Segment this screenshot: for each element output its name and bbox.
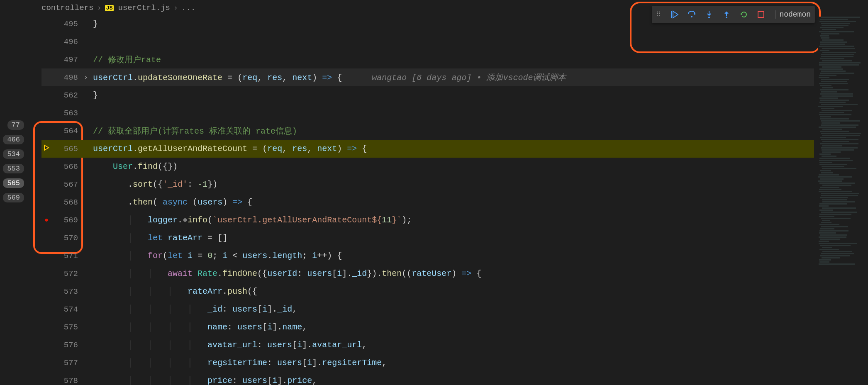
line-number: 575 bbox=[51, 323, 80, 332]
search-result-marker[interactable]: 553 bbox=[3, 164, 24, 173]
chevron-right-icon: › bbox=[97, 3, 101, 12]
code-line[interactable]: 563 bbox=[41, 104, 814, 122]
code-content[interactable]: │ │ │ │ name: users[i].name, bbox=[91, 322, 814, 332]
search-result-markers: 77466534553565569 bbox=[0, 120, 26, 202]
search-result-marker[interactable]: 466 bbox=[3, 135, 24, 144]
search-result-marker[interactable]: 565 bbox=[3, 178, 24, 188]
line-number: 572 bbox=[51, 269, 80, 278]
code-line[interactable]: 571 │ for(let i = 0; i < users.length; i… bbox=[41, 247, 814, 265]
code-content[interactable]: userCtrl.getAllUserAndRateCount = (req, … bbox=[91, 144, 814, 154]
line-number: 569 bbox=[51, 216, 80, 225]
code-content[interactable]: .then( async (users) => { bbox=[91, 197, 814, 207]
code-line[interactable]: 575 │ │ │ │ name: users[i].name, bbox=[41, 318, 814, 336]
code-line[interactable]: 578 │ │ │ │ price: users[i].price, bbox=[41, 372, 814, 385]
search-result-marker[interactable]: 77 bbox=[7, 120, 24, 130]
breakpoint-icon[interactable]: ● bbox=[41, 217, 51, 224]
search-result-marker[interactable]: 569 bbox=[3, 193, 24, 202]
code-line[interactable]: 576 │ │ │ │ avatar_url: users[i].avatar_… bbox=[41, 336, 814, 354]
line-number: 563 bbox=[51, 109, 80, 118]
code-content[interactable]: │ let rateArr = [] bbox=[91, 233, 814, 243]
code-line[interactable]: 566 User.find({}) bbox=[41, 158, 814, 175]
breadcrumb-symbol[interactable]: ... bbox=[181, 3, 195, 12]
search-result-marker[interactable]: 534 bbox=[3, 149, 24, 159]
code-content[interactable]: .sort({'_id': -1}) bbox=[91, 180, 814, 189]
code-content[interactable]: } bbox=[91, 90, 814, 100]
code-content[interactable]: // 获取全部用户(计算rates 标准关联的 rate信息) bbox=[91, 125, 814, 136]
code-content[interactable]: │ │ await Rate.findOne({userId: users[i]… bbox=[91, 269, 814, 278]
code-line[interactable]: 567 .sort({'_id': -1}) bbox=[41, 175, 814, 193]
code-line[interactable]: 570 │ let rateArr = [] bbox=[41, 229, 814, 247]
code-line[interactable]: 497// 修改用户rate bbox=[41, 51, 814, 68]
code-content[interactable]: User.find({}) bbox=[91, 162, 814, 171]
code-line[interactable]: ●569 │ logger.●info(`userCtrl.getAllUser… bbox=[41, 211, 814, 229]
code-content[interactable]: │ logger.●info(`userCtrl.getAllUserAndRa… bbox=[91, 215, 814, 225]
code-content[interactable]: // 修改用户rate bbox=[91, 54, 814, 65]
line-number: 496 bbox=[51, 37, 80, 46]
line-number: 576 bbox=[51, 341, 80, 350]
code-line[interactable]: 496 bbox=[41, 33, 814, 51]
line-number: 570 bbox=[51, 234, 80, 243]
line-number: 571 bbox=[51, 251, 80, 261]
code-line[interactable]: 562} bbox=[41, 86, 814, 104]
code-content[interactable]: │ │ │ │ avatar_url: users[i].avatar_url, bbox=[91, 340, 814, 350]
minimap[interactable] bbox=[818, 17, 868, 385]
line-number: 574 bbox=[51, 305, 80, 314]
code-line[interactable]: 572 │ │ await Rate.findOne({userId: user… bbox=[41, 265, 814, 283]
line-number: 566 bbox=[51, 162, 80, 171]
code-content[interactable]: │ for(let i = 0; i < users.length; i++) … bbox=[91, 251, 814, 261]
execution-pointer-icon[interactable] bbox=[41, 144, 51, 153]
line-number: 565 bbox=[51, 144, 80, 154]
code-line[interactable]: 568 .then( async (users) => { bbox=[41, 193, 814, 211]
line-number: 562 bbox=[51, 91, 80, 100]
chevron-right-icon: › bbox=[173, 3, 178, 12]
fold-toggle-icon[interactable]: › bbox=[80, 74, 91, 81]
line-number: 577 bbox=[51, 358, 80, 368]
code-content[interactable]: userCtrl.updateSomeOneRate = (req, res, … bbox=[91, 72, 814, 83]
code-line[interactable]: 498›userCtrl.updateSomeOneRate = (req, r… bbox=[41, 68, 814, 86]
line-number: 564 bbox=[51, 127, 80, 136]
code-content[interactable]: │ │ │ │ regsiterTime: users[i].regsiterT… bbox=[91, 358, 814, 368]
code-content[interactable]: │ │ │ rateArr.push({ bbox=[91, 287, 814, 296]
line-number: 568 bbox=[51, 198, 80, 207]
breadcrumb[interactable]: controllers › JS userCtrl.js › ... bbox=[41, 2, 195, 14]
code-line[interactable]: 564// 获取全部用户(计算rates 标准关联的 rate信息) bbox=[41, 122, 814, 140]
line-number: 495 bbox=[51, 19, 80, 29]
line-number: 498 bbox=[51, 73, 80, 82]
code-line[interactable]: 574 │ │ │ │ _id: users[i]._id, bbox=[41, 300, 814, 318]
code-line[interactable]: 565userCtrl.getAllUserAndRateCount = (re… bbox=[41, 140, 814, 158]
line-number: 578 bbox=[51, 376, 80, 385]
code-content[interactable]: │ │ │ │ _id: users[i]._id, bbox=[91, 305, 814, 314]
code-line[interactable]: 577 │ │ │ │ regsiterTime: users[i].regsi… bbox=[41, 354, 814, 372]
line-number: 567 bbox=[51, 180, 80, 189]
breadcrumb-file[interactable]: userCtrl.js bbox=[118, 3, 170, 12]
line-number: 497 bbox=[51, 55, 80, 64]
code-line[interactable]: 573 │ │ │ rateArr.push({ bbox=[41, 283, 814, 300]
js-file-icon: JS bbox=[105, 5, 114, 11]
code-editor[interactable]: 495}496497// 修改用户rate498›userCtrl.update… bbox=[41, 15, 814, 385]
code-line[interactable]: 495} bbox=[41, 15, 814, 33]
line-number: 573 bbox=[51, 287, 80, 296]
code-content[interactable]: } bbox=[91, 19, 814, 29]
code-content[interactable]: │ │ │ │ price: users[i].price, bbox=[91, 376, 814, 385]
breadcrumb-folder[interactable]: controllers bbox=[41, 3, 93, 12]
